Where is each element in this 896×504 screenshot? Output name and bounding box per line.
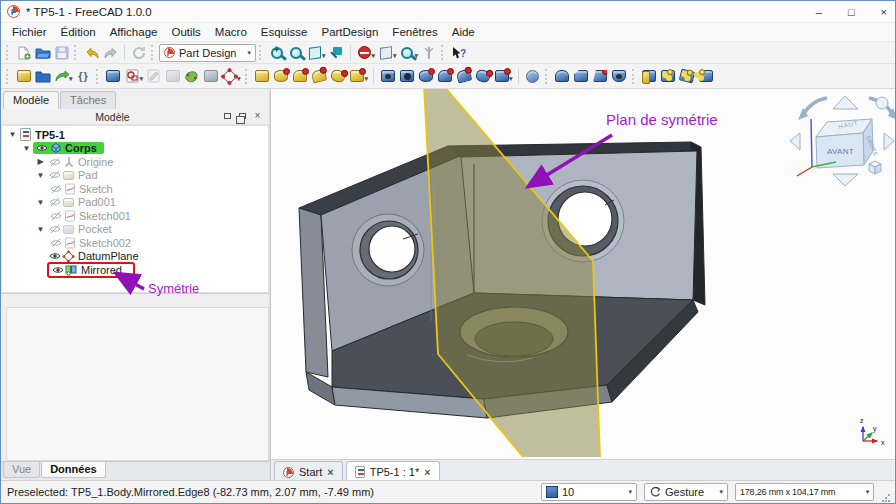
visibility-eye-off-icon[interactable] xyxy=(47,197,62,207)
close-button[interactable]: × xyxy=(881,2,887,22)
visibility-eye-icon[interactable] xyxy=(34,143,49,153)
new-document-icon[interactable] xyxy=(14,43,33,62)
chevron-down-icon[interactable]: ▾ xyxy=(69,75,73,83)
tab-donnees[interactable]: Données xyxy=(41,462,105,478)
refresh-icon[interactable] xyxy=(129,43,148,62)
toolbar-grip[interactable] xyxy=(441,45,445,60)
chevron-down-icon[interactable]: ▾ xyxy=(509,75,513,83)
whats-this-icon[interactable]: ? xyxy=(449,43,468,62)
subtractive-pipe-icon[interactable] xyxy=(454,67,473,86)
tab-taches[interactable]: Tâches xyxy=(60,91,116,109)
edit-sketch-icon[interactable] xyxy=(144,67,163,86)
visibility-eye-off-icon[interactable] xyxy=(47,224,62,234)
additive-pipe-icon[interactable] xyxy=(310,67,329,86)
expand-arrow-icon[interactable]: ▼ xyxy=(20,144,33,153)
chevron-down-icon[interactable]: ▾ xyxy=(372,52,376,60)
tree-item-datumplane[interactable]: DatumPlane xyxy=(2,250,268,264)
tree-item-label[interactable]: Sketch xyxy=(76,183,113,195)
map-sketch-icon[interactable] xyxy=(163,67,182,86)
tree-item-mirrored[interactable]: Mirrored xyxy=(2,263,268,277)
visibility-eye-off-icon[interactable] xyxy=(47,157,62,167)
visibility-eye-off-icon[interactable] xyxy=(48,238,63,248)
toolbar-grip[interactable] xyxy=(6,69,10,84)
close-tab-icon[interactable]: × xyxy=(424,466,430,478)
open-document-icon[interactable] xyxy=(33,43,52,62)
chevron-down-icon[interactable]: ▾ xyxy=(365,75,369,83)
toolbar-grip[interactable] xyxy=(632,69,636,84)
panel-dock-icon[interactable] xyxy=(222,111,233,122)
tree-item-label[interactable]: Pad xyxy=(75,169,98,181)
tree-item-sketch[interactable]: Sketch xyxy=(2,182,268,196)
redo-icon[interactable] xyxy=(101,43,120,62)
linear-pattern-icon[interactable] xyxy=(659,67,678,86)
tree-item-label[interactable]: Mirrored xyxy=(78,264,122,276)
tree-item-label[interactable]: Corps xyxy=(62,142,97,154)
panel-float-icon[interactable] xyxy=(237,111,248,122)
save-document-icon[interactable] xyxy=(52,43,71,62)
boolean-operation-icon[interactable] xyxy=(523,67,542,86)
create-shapebinder-icon[interactable] xyxy=(201,67,220,86)
visibility-eye-icon[interactable] xyxy=(50,265,65,275)
expand-arrow-icon[interactable]: ▼ xyxy=(6,130,19,139)
create-group-icon[interactable] xyxy=(33,67,52,86)
toolbar-grip[interactable] xyxy=(6,45,10,60)
tree-item-document[interactable]: ▼ TP5-1 xyxy=(2,128,268,142)
fit-all-icon[interactable] xyxy=(267,43,286,62)
toolbar-grip[interactable] xyxy=(151,45,155,60)
menu-macro[interactable]: Macro xyxy=(208,25,254,39)
additive-helix-icon[interactable] xyxy=(329,67,348,86)
draft-icon[interactable] xyxy=(591,67,610,86)
tree-item-label[interactable]: Origine xyxy=(75,156,113,168)
create-varset-icon[interactable]: { } xyxy=(74,67,93,86)
view-dimensions-combo[interactable]: 178,26 mm x 104,17 mm ▾ xyxy=(735,483,874,501)
tree-item-sketch002[interactable]: Sketch002 xyxy=(2,236,268,250)
revolution-icon[interactable] xyxy=(272,67,291,86)
mirrored-icon[interactable] xyxy=(640,67,659,86)
toolbar-grip[interactable] xyxy=(545,69,549,84)
hole-icon[interactable] xyxy=(397,67,416,86)
tree-item-pad[interactable]: ▼ Pad xyxy=(2,169,268,183)
left-hole[interactable] xyxy=(369,226,415,272)
menu-fichier[interactable]: Fichier xyxy=(5,25,54,39)
tree-item-pocket[interactable]: ▼ Pocket xyxy=(2,223,268,237)
maximize-button[interactable]: □ xyxy=(848,2,855,22)
toolbar-grip[interactable] xyxy=(245,69,249,84)
measure-icon[interactable] xyxy=(419,43,438,62)
navcube-front-label[interactable]: AVANT xyxy=(827,147,854,156)
menu-edition[interactable]: Édition xyxy=(54,25,103,39)
minimize-button[interactable]: – xyxy=(816,2,822,22)
tree-item-sketch001[interactable]: Sketch001 xyxy=(2,209,268,223)
expand-arrow-icon[interactable]: ▼ xyxy=(34,171,47,180)
menu-esquisse[interactable]: Esquisse xyxy=(254,25,315,39)
multi-transform-icon[interactable] xyxy=(697,67,716,86)
tree-item-label[interactable]: Pocket xyxy=(75,223,112,235)
create-body-icon[interactable] xyxy=(104,67,123,86)
menu-affichage[interactable]: Affichage xyxy=(103,25,165,39)
tree-item-label[interactable]: Sketch002 xyxy=(76,237,131,249)
workbench-selector[interactable]: P Part Design ▾ xyxy=(159,44,256,62)
sync-view-icon[interactable] xyxy=(327,43,346,62)
pocket-icon[interactable] xyxy=(378,67,397,86)
polar-pattern-icon[interactable] xyxy=(678,67,697,86)
resize-grip[interactable] xyxy=(881,493,891,503)
chevron-down-icon[interactable]: ▾ xyxy=(322,52,326,60)
pad-icon[interactable] xyxy=(253,67,272,86)
subtractive-helix-icon[interactable] xyxy=(473,67,492,86)
close-tab-icon[interactable]: × xyxy=(327,466,333,478)
tab-vue[interactable]: Vue xyxy=(3,462,40,478)
nav-isometric-cube-icon[interactable] xyxy=(869,161,881,174)
zoom-selection-icon[interactable] xyxy=(286,43,305,62)
toolbar-grip[interactable] xyxy=(96,69,100,84)
navigation-style-combo[interactable]: Gesture ▾ xyxy=(644,483,728,501)
menu-partdesign[interactable]: PartDesign xyxy=(314,25,385,39)
create-part-icon[interactable] xyxy=(14,67,33,86)
expand-arrow-icon[interactable]: ▶ xyxy=(34,157,47,166)
tree-item-origin[interactable]: ▶ Origine xyxy=(2,155,268,169)
tree-item-label[interactable]: TP5-1 xyxy=(32,129,65,141)
chevron-down-icon[interactable]: ▾ xyxy=(140,75,144,83)
tab-modele[interactable]: Modèle xyxy=(3,91,59,109)
tab-start[interactable]: F Start × xyxy=(274,461,343,482)
expand-arrow-icon[interactable]: ▼ xyxy=(34,198,47,207)
chamfer-icon[interactable] xyxy=(572,67,591,86)
visibility-eye-off-icon[interactable] xyxy=(48,184,63,194)
